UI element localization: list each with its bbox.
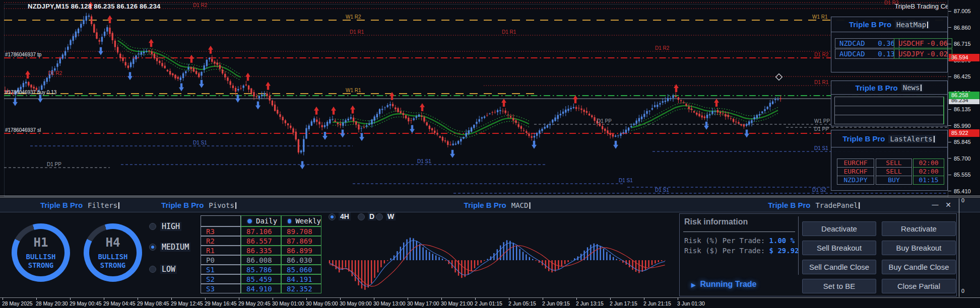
candle-body (733, 119, 734, 122)
price-tick: 85.555 (948, 172, 971, 178)
subwindow-separator-top[interactable] (0, 196, 980, 196)
candle-body (599, 123, 601, 126)
candle-body (204, 65, 205, 70)
candle-body (494, 112, 496, 112)
macd-chart (325, 224, 672, 296)
candle-body (243, 86, 244, 88)
panel-header-pivots: Triple B ProPivots (161, 198, 238, 212)
candle-body (638, 118, 640, 122)
candle-body (583, 110, 585, 112)
price-chart[interactable] (0, 0, 948, 197)
macd-bar (597, 244, 598, 260)
candle-body (209, 58, 210, 59)
macd-bar (422, 247, 423, 260)
candle-body (237, 89, 239, 91)
candle-body (691, 109, 692, 110)
macd-bar (403, 243, 404, 260)
filter-radio-low[interactable] (149, 266, 156, 273)
candle-body (180, 78, 181, 80)
alert-action: SELL (876, 167, 912, 176)
news-panel: Triple B Pro News (831, 81, 948, 126)
candle-body (431, 128, 433, 130)
candle-body (589, 114, 590, 116)
macd-tf-radio-d[interactable] (358, 213, 365, 220)
candle-body (617, 135, 619, 136)
heatmap-symbol: AUDCAD (839, 50, 865, 58)
candle-body (764, 109, 765, 111)
macd-bar (603, 249, 604, 260)
pivot-value: 85.060 (281, 265, 321, 274)
candle-body (458, 141, 459, 144)
candle-body (560, 114, 561, 115)
macd-bar (426, 250, 427, 260)
alert-time: 01:15 (913, 176, 944, 185)
price-badge: 86.594 (949, 54, 979, 61)
sell-candle-close-button[interactable]: Sell Candle Close (802, 260, 876, 274)
macd-bar (587, 247, 588, 260)
price-badge: 85.922 (949, 129, 979, 137)
macd-bar (503, 242, 504, 260)
candle-body (295, 132, 297, 140)
sell-signal-arrow-icon (98, 47, 103, 55)
deactivate-button[interactable]: Deactivate (802, 221, 876, 236)
filter-radio-high[interactable] (149, 223, 156, 230)
time-axis[interactable]: 28 May 202528 May 20:3029 May 00:4529 Ma… (0, 297, 980, 308)
symbol-ohlc-readout: NZDJPY,M15 86.128 86.235 86.126 86.234 (28, 3, 161, 10)
pivot-value: 84.910 (241, 284, 281, 293)
macd-bar (516, 246, 517, 260)
candle-body (337, 123, 339, 124)
minimize-icon[interactable]: — (930, 199, 940, 210)
time-axis-label: 30 May 09:00 (340, 300, 372, 306)
candle-body (657, 105, 658, 107)
radio-dot-icon[interactable] (287, 218, 292, 224)
candle-body (300, 150, 302, 152)
candle-body (70, 40, 71, 45)
filter-radio-medium[interactable] (149, 244, 156, 251)
price-tick-label: 86.425 (954, 73, 971, 80)
price-axis[interactable]: 87.00586.86086.71586.57086.42586.28086.1… (948, 0, 980, 197)
candle-body (780, 99, 781, 99)
sell-breakout-button[interactable]: Sell Breakout (802, 241, 876, 255)
reactivate-button[interactable]: Reactivate (882, 221, 956, 236)
macd-tf-radio-w[interactable] (376, 213, 383, 220)
running-trade-toggle[interactable]: ▶Running Trade (691, 280, 756, 289)
candle-body (75, 32, 77, 38)
candle-body (463, 137, 464, 138)
close-partial-button[interactable]: Close Partial (882, 279, 956, 293)
candle-body (547, 125, 548, 128)
macd-bar (352, 260, 353, 276)
candle-body (282, 117, 284, 120)
candle-body (119, 54, 121, 58)
macd-tf-radio-4h[interactable] (329, 213, 336, 220)
candle-body (93, 24, 95, 32)
alert-symbol: NZDJPY (837, 176, 874, 185)
buy-breakout-button[interactable]: Buy Breakout (882, 241, 956, 255)
candle-body (7, 91, 9, 92)
time-tick (576, 298, 577, 300)
candle-body (164, 66, 166, 68)
pivot-row-label: S2 (201, 274, 241, 284)
candle-body (73, 36, 74, 41)
tick-dash (948, 175, 951, 175)
time-axis-label: 30 May 13:00 (373, 300, 406, 306)
candle-body (198, 73, 200, 78)
candle-body (54, 68, 55, 70)
candle-body (531, 136, 533, 138)
candle-body (481, 117, 483, 118)
candle-body (23, 83, 24, 88)
candle-body (127, 65, 129, 68)
macd-bar (345, 260, 346, 267)
time-tick (408, 298, 408, 300)
set-to-be-button[interactable]: Set to BE (802, 279, 876, 293)
candle-body (641, 117, 642, 119)
close-icon[interactable]: ✕ (943, 199, 953, 210)
macd-bar (655, 260, 656, 263)
candle-body (730, 118, 732, 119)
macd-bar (513, 243, 514, 260)
candle-body (141, 52, 142, 55)
buy-candle-close-button[interactable]: Buy Candle Close (882, 260, 956, 274)
time-tick (70, 298, 71, 300)
radio-dot-icon[interactable] (246, 218, 253, 224)
pivot-value: 86.557 (241, 236, 281, 246)
pivot-value: 85.459 (241, 274, 281, 284)
